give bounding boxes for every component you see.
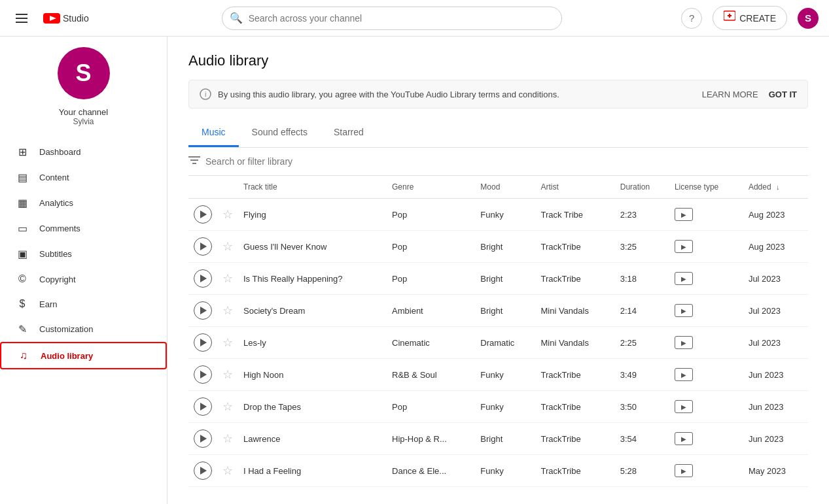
license-cell: ▶: [669, 455, 743, 487]
tab-sound-effects[interactable]: Sound effects: [239, 119, 321, 147]
earn-icon: $: [16, 298, 29, 310]
notice-text: By using this audio library, you agree w…: [218, 90, 559, 99]
content-area: Audio library i By using this audio libr…: [168, 37, 829, 504]
star-button-2[interactable]: ☆: [222, 271, 233, 286]
sidebar-item-comments[interactable]: ▭ Comments: [0, 216, 167, 241]
added-cell: Jun 2023: [743, 359, 808, 391]
play-button-4[interactable]: [194, 333, 212, 352]
play-cell: [188, 327, 217, 359]
license-icon-1[interactable]: ▶: [675, 240, 693, 253]
sidebar-item-subtitles[interactable]: ▣ Subtitles: [0, 241, 167, 267]
star-button-0[interactable]: ☆: [222, 207, 233, 222]
play-button-3[interactable]: [194, 301, 212, 320]
play-button-2[interactable]: [194, 269, 212, 288]
duration-cell: 5:28: [615, 455, 669, 487]
star-cell: ☆: [217, 199, 238, 231]
table-row: ☆ Lawrence Hip-Hop & R... Bright TrackTr…: [188, 423, 808, 455]
play-icon-5: [200, 371, 207, 378]
sidebar-label-content: Content: [39, 173, 69, 182]
license-icon-0[interactable]: ▶: [675, 208, 693, 221]
genre-cell: Pop: [387, 391, 475, 423]
hamburger-menu-icon[interactable]: [10, 8, 33, 28]
play-cell: [188, 391, 217, 423]
col-added[interactable]: Added ↓: [743, 176, 808, 199]
star-button-3[interactable]: ☆: [222, 303, 233, 318]
sidebar-nav: ⊞ Dashboard ▤ Content ▦ Analytics ▭ Comm…: [0, 139, 167, 369]
sidebar-item-analytics[interactable]: ▦ Analytics: [0, 190, 167, 216]
sidebar-item-dashboard[interactable]: ⊞ Dashboard: [0, 139, 167, 165]
play-icon-3: [200, 307, 207, 314]
play-cell: [188, 423, 217, 455]
search-input[interactable]: [222, 7, 562, 30]
help-button[interactable]: ?: [681, 8, 702, 29]
sidebar-item-earn[interactable]: $ Earn: [0, 292, 167, 316]
header-left: Studio: [10, 8, 102, 28]
license-cell: ▶: [669, 231, 743, 263]
sidebar-channel-title: Your channel: [59, 107, 108, 117]
mood-cell: Funky: [475, 359, 535, 391]
learn-more-link[interactable]: LEARN MORE: [702, 90, 758, 99]
sidebar-label-dashboard: Dashboard: [39, 147, 81, 157]
star-button-5[interactable]: ☆: [222, 367, 233, 382]
license-icon-8[interactable]: ▶: [675, 464, 693, 477]
svg-text:i: i: [205, 90, 206, 98]
track-title-cell: Les-ly: [238, 327, 387, 359]
play-button-1[interactable]: [194, 237, 212, 256]
track-title-cell: Lawrence: [238, 423, 387, 455]
license-icon-7[interactable]: ▶: [675, 432, 693, 445]
table-row: ☆ Guess I'll Never Know Pop Bright Track…: [188, 231, 808, 263]
star-button-6[interactable]: ☆: [222, 399, 233, 414]
play-icon-4: [200, 339, 207, 346]
license-icon-2[interactable]: ▶: [675, 272, 693, 285]
svg-text:Studio: Studio: [63, 13, 89, 24]
added-cell: Aug 2023: [743, 199, 808, 231]
play-button-5[interactable]: [194, 365, 212, 384]
play-button-0[interactable]: [194, 205, 212, 224]
table-row: ☆ Flying Pop Funky Track Tribe 2:23 ▶ Au…: [188, 199, 808, 231]
sidebar-item-content[interactable]: ▤ Content: [0, 165, 167, 190]
main-layout: S Your channel Sylvia ⊞ Dashboard ▤ Cont…: [0, 37, 829, 504]
play-button-6[interactable]: [194, 397, 212, 416]
play-cell: [188, 231, 217, 263]
avatar[interactable]: S: [798, 8, 819, 29]
play-button-7[interactable]: [194, 429, 212, 448]
tab-music[interactable]: Music: [188, 119, 239, 147]
tab-starred[interactable]: Starred: [321, 119, 377, 147]
sidebar-label-audio-library: Audio library: [41, 351, 93, 361]
sidebar-item-customization[interactable]: ✎ Customization: [0, 316, 167, 342]
play-icon-6: [200, 403, 207, 411]
play-icon-7: [200, 435, 207, 443]
license-icon-6[interactable]: ▶: [675, 400, 693, 413]
dashboard-icon: ⊞: [16, 146, 29, 158]
play-button-8[interactable]: [194, 462, 212, 480]
sidebar-item-audio-library[interactable]: ♫ Audio library: [0, 342, 167, 369]
license-icon-4[interactable]: ▶: [675, 336, 693, 349]
license-cell: ▶: [669, 391, 743, 423]
star-cell: ☆: [217, 455, 238, 487]
mood-cell: Bright: [475, 231, 535, 263]
music-table: Track titleGenreMoodArtistDurationLicens…: [188, 176, 808, 487]
artist-cell: TrackTribe: [535, 359, 614, 391]
added-cell: Jul 2023: [743, 327, 808, 359]
artist-cell: TrackTribe: [535, 455, 614, 487]
license-icon-3[interactable]: ▶: [675, 304, 693, 317]
sidebar-item-copyright[interactable]: © Copyright: [0, 267, 167, 292]
create-label: CREATE: [739, 13, 776, 24]
artist-cell: Track Tribe: [535, 199, 614, 231]
star-button-8[interactable]: ☆: [222, 463, 233, 478]
artist-cell: Mini Vandals: [535, 327, 614, 359]
duration-cell: 2:25: [615, 327, 669, 359]
table-row: ☆ Is This Really Happening? Pop Bright T…: [188, 263, 808, 295]
star-button-1[interactable]: ☆: [222, 239, 233, 254]
create-button[interactable]: CREATE: [713, 6, 787, 30]
star-button-7[interactable]: ☆: [222, 431, 233, 446]
star-button-4[interactable]: ☆: [222, 335, 233, 350]
col-duration: Duration: [615, 176, 669, 199]
artist-cell: TrackTribe: [535, 423, 614, 455]
filter-input[interactable]: [205, 156, 808, 167]
play-cell: [188, 199, 217, 231]
got-it-button[interactable]: GOT IT: [769, 90, 797, 99]
notice-left: i By using this audio library, you agree…: [200, 88, 559, 100]
license-icon-5[interactable]: ▶: [675, 368, 693, 381]
sidebar-label-earn: Earn: [39, 299, 57, 309]
